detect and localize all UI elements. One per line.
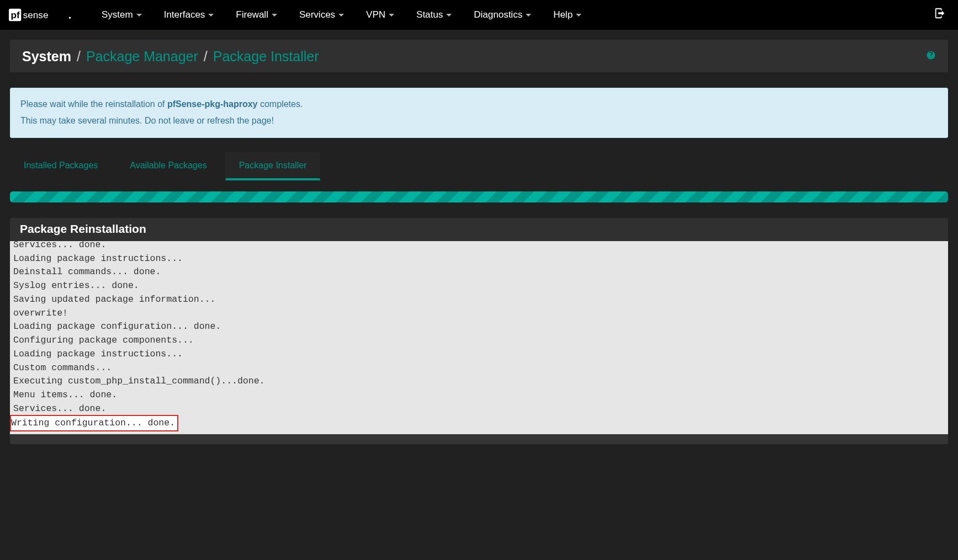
panel-heading: Package Reinstallation: [10, 218, 948, 241]
log-output[interactable]: Services... done. Loading package instru…: [10, 241, 948, 434]
chevron-down-icon: [526, 14, 531, 17]
page-header: System / Package Manager / Package Insta…: [10, 40, 948, 72]
top-navbar: pf sense System Interfaces Firewall Serv…: [0, 0, 958, 30]
nav-item-diagnostics[interactable]: Diagnostics: [463, 5, 541, 25]
nav-item-label: VPN: [366, 9, 385, 20]
logout-icon: [934, 7, 946, 19]
alert-line2: This may take several minutes. Do not le…: [20, 113, 938, 129]
panel-package-reinstall: Package Reinstallation Services... done.…: [10, 218, 948, 444]
chevron-down-icon: [576, 14, 581, 17]
breadcrumb: System / Package Manager / Package Insta…: [22, 49, 319, 65]
nav-item-services[interactable]: Services: [288, 5, 354, 25]
tabs: Installed Packages Available Packages Pa…: [10, 152, 948, 180]
chevron-down-icon: [208, 14, 214, 17]
svg-point-3: [69, 17, 71, 18]
progress-bar: [10, 191, 948, 202]
nav-item-label: Services: [299, 9, 335, 20]
nav-item-help[interactable]: Help: [542, 5, 591, 25]
pfsense-logo-icon: pf sense: [9, 8, 75, 22]
alert-info: Please wait while the reinstallation of …: [10, 88, 948, 138]
chevron-down-icon: [338, 14, 344, 17]
breadcrumb-package-manager[interactable]: Package Manager: [86, 49, 198, 65]
help-button[interactable]: [926, 50, 936, 63]
alert-package-name: pfSense-pkg-haproxy: [167, 99, 258, 109]
breadcrumb-sep: /: [77, 49, 81, 65]
nav-item-label: Status: [416, 9, 443, 20]
tab-installed-packages[interactable]: Installed Packages: [10, 152, 112, 180]
page-content: System / Package Manager / Package Insta…: [0, 30, 958, 444]
log-wrapper: Services... done. Loading package instru…: [10, 241, 948, 434]
breadcrumb-root[interactable]: System: [22, 49, 71, 65]
nav-item-label: Firewall: [236, 9, 268, 20]
alert-text: Please wait while the reinstallation of: [20, 99, 167, 109]
alert-text: completes.: [258, 99, 303, 109]
nav-item-vpn[interactable]: VPN: [355, 5, 404, 25]
nav-items: System Interfaces Firewall Services VPN …: [91, 5, 591, 25]
svg-text:pf: pf: [10, 9, 19, 20]
chevron-down-icon: [272, 14, 277, 17]
brand-logo[interactable]: pf sense: [9, 8, 75, 22]
chevron-down-icon: [446, 14, 452, 17]
breadcrumb-package-installer[interactable]: Package Installer: [213, 49, 319, 65]
panel-footer-bar: [10, 434, 948, 444]
logout-button[interactable]: [930, 4, 949, 26]
nav-item-firewall[interactable]: Firewall: [225, 5, 287, 25]
help-circle-icon: [926, 50, 936, 60]
chevron-down-icon: [136, 14, 142, 17]
nav-item-label: Interfaces: [164, 9, 205, 20]
tab-package-installer[interactable]: Package Installer: [225, 152, 321, 180]
nav-item-label: System: [102, 9, 133, 20]
alert-line1: Please wait while the reinstallation of …: [20, 96, 938, 113]
nav-item-label: Help: [553, 9, 573, 20]
chevron-down-icon: [389, 14, 394, 17]
tab-available-packages[interactable]: Available Packages: [116, 152, 220, 180]
breadcrumb-sep: /: [204, 49, 208, 65]
nav-item-status[interactable]: Status: [405, 5, 462, 25]
nav-item-system[interactable]: System: [91, 5, 152, 25]
nav-item-label: Diagnostics: [474, 9, 522, 20]
nav-item-interfaces[interactable]: Interfaces: [153, 5, 224, 25]
log-highlighted-line: Writing configuration... done.: [11, 416, 177, 431]
svg-text:sense: sense: [23, 9, 49, 20]
